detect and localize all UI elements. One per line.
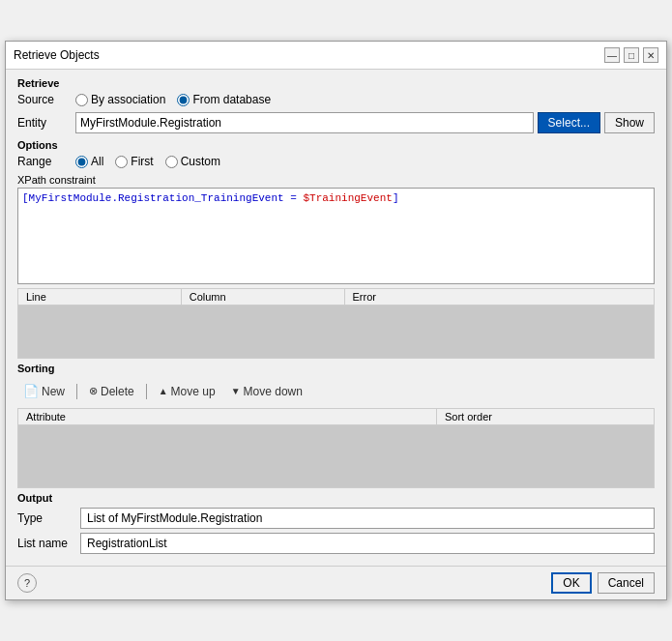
separator-1 xyxy=(76,384,77,399)
move-up-label: Move up xyxy=(171,385,216,398)
delete-icon: ⊗ xyxy=(89,385,98,397)
footer-buttons: OK Cancel xyxy=(551,572,655,594)
source-label: Source xyxy=(17,93,75,106)
options-section: Options Range All First Custom xyxy=(17,139,655,168)
move-down-button[interactable]: ▼ Move down xyxy=(225,383,308,400)
sort-col-sort-order: Sort order xyxy=(437,409,654,424)
cancel-button[interactable]: Cancel xyxy=(598,572,655,594)
xpath-var-text: $TrainingEvent xyxy=(303,192,392,204)
titlebar: Retrieve Objects — □ ✕ xyxy=(6,42,666,70)
sort-table-body xyxy=(17,425,655,488)
list-name-input[interactable] xyxy=(80,533,655,554)
range-radio-group: All First Custom xyxy=(75,155,220,168)
output-section: Output Type List name xyxy=(17,492,655,554)
select-button[interactable]: Select... xyxy=(538,112,600,133)
source-radio-group: By association From database xyxy=(75,93,271,106)
radio-all-input[interactable] xyxy=(75,156,88,168)
xpath-blue-text: [MyFirstModule.Registration_TrainingEven… xyxy=(22,192,303,204)
type-label: Type xyxy=(17,511,80,525)
minimize-button[interactable]: — xyxy=(604,47,620,63)
error-table-wrapper: Line Column Error xyxy=(17,288,655,359)
radio-first-input[interactable] xyxy=(115,156,128,168)
error-col-error: Error xyxy=(345,289,655,305)
output-section-label: Output xyxy=(17,492,655,504)
error-table-body xyxy=(17,306,655,359)
sorting-section-label: Sorting xyxy=(17,363,655,374)
error-col-column: Column xyxy=(182,289,345,305)
sort-table-header: Attribute Sort order xyxy=(17,408,655,425)
list-name-label: List name xyxy=(17,537,80,550)
entity-input[interactable] xyxy=(75,112,534,133)
move-up-button[interactable]: ▲ Move up xyxy=(153,383,221,400)
options-section-label: Options xyxy=(17,139,655,151)
xpath-editor[interactable]: [MyFirstModule.Registration_TrainingEven… xyxy=(17,188,655,284)
source-row: Source By association From database xyxy=(17,93,655,106)
radio-all[interactable]: All xyxy=(75,155,103,168)
delete-sort-label: Delete xyxy=(101,385,134,398)
radio-first-label: First xyxy=(131,155,153,168)
help-button[interactable]: ? xyxy=(17,573,37,593)
window-controls: — □ ✕ xyxy=(604,47,658,63)
new-sort-button[interactable]: 📄 New xyxy=(17,382,71,400)
retrieve-section: Retrieve Source By association From data… xyxy=(17,77,655,133)
radio-from-database-label: From database xyxy=(192,93,271,106)
sorting-toolbar: 📄 New ⊗ Delete ▲ Move up ▼ Move down xyxy=(17,378,655,404)
radio-by-association-input[interactable] xyxy=(75,94,88,106)
new-icon: 📄 xyxy=(23,384,39,398)
xpath-section: XPath constraint [MyFirstModule.Registra… xyxy=(17,174,655,284)
move-down-icon: ▼ xyxy=(231,386,241,396)
type-row: Type xyxy=(17,508,655,529)
radio-all-label: All xyxy=(91,155,103,168)
radio-custom[interactable]: Custom xyxy=(165,155,220,168)
window-title: Retrieve Objects xyxy=(14,48,100,62)
retrieve-objects-dialog: Retrieve Objects — □ ✕ Retrieve Source B… xyxy=(5,41,667,600)
move-up-icon: ▲ xyxy=(159,386,168,396)
xpath-label: XPath constraint xyxy=(17,174,655,186)
range-label: Range xyxy=(17,155,75,168)
xpath-end-text: ] xyxy=(393,192,399,204)
range-row: Range All First Custom xyxy=(17,155,655,168)
entity-row: Entity Select... Show xyxy=(17,112,655,133)
radio-from-database-input[interactable] xyxy=(177,94,190,106)
maximize-button[interactable]: □ xyxy=(624,47,639,63)
separator-2 xyxy=(146,384,147,399)
entity-label: Entity xyxy=(17,116,75,130)
radio-by-association[interactable]: By association xyxy=(75,93,165,106)
radio-custom-label: Custom xyxy=(181,155,220,168)
radio-by-association-label: By association xyxy=(91,93,165,106)
radio-from-database[interactable]: From database xyxy=(177,93,271,106)
sorting-section: Sorting 📄 New ⊗ Delete ▲ Move up ▼ xyxy=(17,363,655,488)
delete-sort-button[interactable]: ⊗ Delete xyxy=(83,383,140,400)
new-sort-label: New xyxy=(42,385,65,398)
footer: ? OK Cancel xyxy=(6,566,666,599)
sort-col-attribute: Attribute xyxy=(18,409,437,424)
error-table-header: Line Column Error xyxy=(17,288,655,306)
type-input[interactable] xyxy=(80,508,655,529)
error-col-line: Line xyxy=(18,289,182,305)
radio-first[interactable]: First xyxy=(115,155,153,168)
list-name-row: List name xyxy=(17,533,655,554)
move-down-label: Move down xyxy=(244,385,303,398)
close-button[interactable]: ✕ xyxy=(643,47,658,63)
show-button[interactable]: Show xyxy=(604,112,655,133)
radio-custom-input[interactable] xyxy=(165,156,178,168)
ok-button[interactable]: OK xyxy=(551,572,591,594)
retrieve-section-label: Retrieve xyxy=(17,77,655,89)
